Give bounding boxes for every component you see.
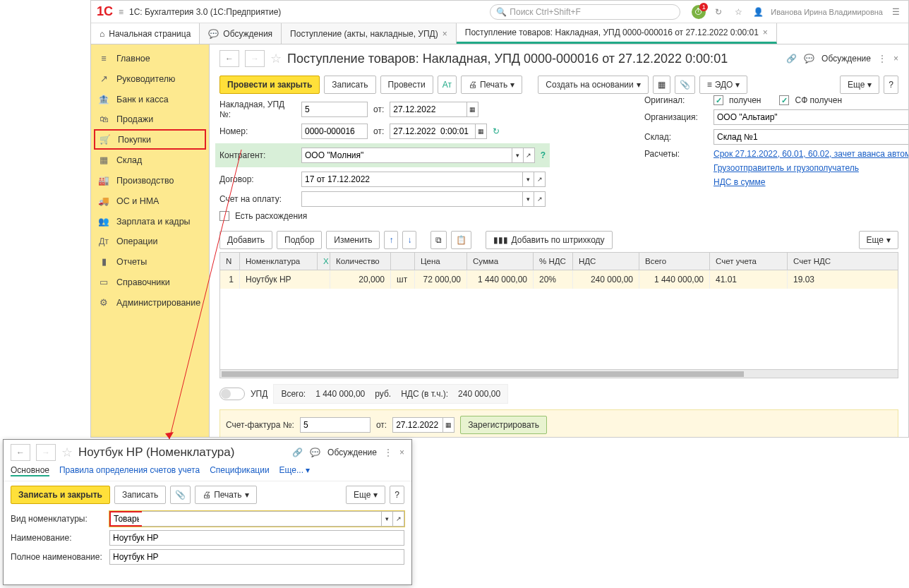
post-button[interactable]: Провести [380, 76, 433, 94]
col-sum[interactable]: Сумма [467, 253, 534, 270]
print-button[interactable]: 🖨 Печать ▾ [461, 76, 522, 94]
sidebar-item-10[interactable]: ▮Отчеты [91, 251, 209, 272]
tab-home[interactable]: ⌂ Начальная страница [91, 23, 200, 44]
link-icon[interactable]: 🔗 [292, 448, 303, 457]
attach-icon-button[interactable]: 📎 [170, 486, 191, 504]
move-down-button[interactable]: ↓ [402, 231, 416, 249]
invoice-no-input[interactable] [301, 102, 368, 117]
invoice-date-input[interactable] [390, 102, 467, 117]
contract-input[interactable] [301, 172, 523, 187]
structure-icon-button[interactable]: ▦ [653, 76, 670, 94]
notifications-icon[interactable]: ⏱ 1 [692, 5, 706, 19]
close-icon[interactable]: × [443, 29, 447, 39]
kind-input-rest[interactable] [142, 511, 382, 527]
kebab-icon[interactable]: ⋮ [878, 54, 886, 64]
more-button[interactable]: Еще ▾ [840, 76, 879, 94]
popup-more-button[interactable]: Еще ▾ [346, 486, 385, 504]
attach-icon-button[interactable]: 📎 [675, 76, 695, 94]
tab-receipt-doc[interactable]: Поступление товаров: Накладная, УПД 0000… [457, 23, 777, 44]
close-icon[interactable]: × [763, 28, 768, 37]
col-qty[interactable]: Количество [330, 253, 391, 270]
chevron-down-icon[interactable]: ▾ [382, 511, 393, 527]
sidebar-item-1[interactable]: ↗Руководителю [91, 68, 209, 89]
contractor-input[interactable] [301, 148, 512, 163]
col-price[interactable]: Цена [415, 253, 467, 270]
tab-rules[interactable]: Правила определения счетов учета [59, 465, 200, 476]
doc-number-input[interactable] [301, 124, 368, 139]
sidebar-item-0[interactable]: ≡Главное [91, 49, 209, 68]
open-icon[interactable]: ↗ [524, 148, 535, 163]
edo-button[interactable]: ≡ ЭДО ▾ [699, 76, 748, 94]
sf-received-checkbox[interactable]: ✓ [779, 95, 789, 105]
star-icon[interactable]: ☆ [61, 445, 73, 460]
calendar-icon[interactable]: ▦ [443, 417, 454, 433]
paste-button[interactable]: 📋 [451, 231, 471, 249]
sidebar-item-12[interactable]: ⚙Администрирование [91, 292, 209, 313]
table-more-button[interactable]: Еще ▾ [859, 231, 898, 249]
menu-icon[interactable]: ☰ [889, 5, 903, 19]
calendar-icon[interactable]: ▦ [476, 124, 487, 139]
sidebar-item-9[interactable]: ДтОперации [91, 232, 209, 251]
tab-receipts-list[interactable]: Поступление (акты, накладные, УПД) × [282, 23, 457, 44]
edit-button[interactable]: Изменить [326, 231, 380, 249]
sidebar-item-4[interactable]: 🛒Покупки [94, 129, 206, 150]
received-checkbox[interactable]: ✓ [714, 95, 723, 105]
vat-link[interactable]: НДС в сумме [714, 177, 766, 187]
col-nomenclature[interactable]: Номенклатура [240, 253, 318, 270]
calendar-icon[interactable]: ▦ [467, 102, 478, 117]
nav-back-button[interactable]: ← [11, 444, 30, 461]
sidebar-item-5[interactable]: ▦Склад [91, 150, 209, 170]
close-icon[interactable]: × [893, 54, 898, 64]
open-icon[interactable]: ↗ [534, 191, 546, 207]
chat-icon[interactable]: 💬 [310, 448, 320, 457]
hamburger-icon[interactable]: ≡ [119, 7, 124, 17]
kebab-icon[interactable]: ⋮ [384, 448, 392, 457]
refresh-icon[interactable]: ↻ [493, 126, 500, 136]
organization-input[interactable] [714, 109, 908, 125]
kind-input[interactable] [109, 511, 142, 527]
col-vat-account[interactable]: Счет НДС [788, 253, 898, 270]
sidebar-item-6[interactable]: 🏭Производство [91, 170, 209, 191]
chevron-down-icon[interactable]: ▾ [523, 172, 534, 187]
chevron-down-icon[interactable]: ▾ [523, 191, 534, 207]
tab-more[interactable]: Еще... ▾ [279, 465, 311, 476]
table-row[interactable]: 1 Ноутбук HP 20,000 шт 72 000,00 1 440 0… [220, 270, 898, 289]
add-row-button[interactable]: Добавить [219, 231, 272, 249]
col-vat[interactable]: НДС [573, 253, 639, 270]
help-icon[interactable]: ? [541, 150, 546, 160]
col-account[interactable]: Счет учета [710, 253, 788, 270]
name-input[interactable] [109, 530, 404, 546]
close-icon[interactable]: × [399, 448, 404, 457]
tab-discussions[interactable]: 💬 Обсуждения [200, 23, 282, 44]
sidebar-item-7[interactable]: 🚚ОС и НМА [91, 191, 209, 211]
sidebar-item-2[interactable]: 🏦Банк и касса [91, 89, 209, 109]
popup-save-button[interactable]: Записать [114, 486, 166, 504]
full-name-input[interactable] [109, 549, 404, 565]
sidebar-item-3[interactable]: 🛍Продажи [91, 109, 209, 129]
discuss-label[interactable]: Обсуждение [821, 54, 871, 64]
warehouse-input[interactable] [714, 129, 908, 145]
upd-toggle[interactable] [219, 388, 245, 400]
shipper-link[interactable]: Грузоотправитель и грузополучатель [714, 163, 859, 173]
open-icon[interactable]: ↗ [534, 172, 546, 187]
nav-forward-button[interactable]: → [245, 50, 265, 67]
chevron-down-icon[interactable]: ▾ [512, 148, 524, 163]
sidebar-item-8[interactable]: 👥Зарплата и кадры [91, 211, 209, 232]
open-icon[interactable]: ↗ [393, 511, 404, 527]
discuss-label[interactable]: Обсуждение [327, 448, 377, 457]
discrepancy-checkbox[interactable] [219, 211, 229, 221]
move-up-button[interactable]: ↑ [384, 231, 398, 249]
col-unit[interactable] [391, 253, 415, 270]
global-search[interactable]: 🔍 Поиск Ctrl+Shift+F [490, 4, 680, 20]
excel-icon[interactable]: X [318, 253, 330, 270]
col-vat-rate[interactable]: % НДС [534, 253, 573, 270]
favorite-icon[interactable]: ☆ [731, 5, 745, 19]
col-n[interactable]: N [220, 253, 240, 270]
sf-date-input[interactable] [392, 417, 443, 433]
create-based-button[interactable]: Создать на основании ▾ [538, 76, 649, 94]
chat-icon[interactable]: 💬 [804, 54, 814, 64]
help-button[interactable]: ? [884, 76, 898, 94]
post-and-close-button[interactable]: Провести и закрыть [219, 76, 320, 94]
help-button[interactable]: ? [390, 486, 404, 504]
user-name[interactable]: Иванова Ирина Владимировна [771, 8, 883, 16]
